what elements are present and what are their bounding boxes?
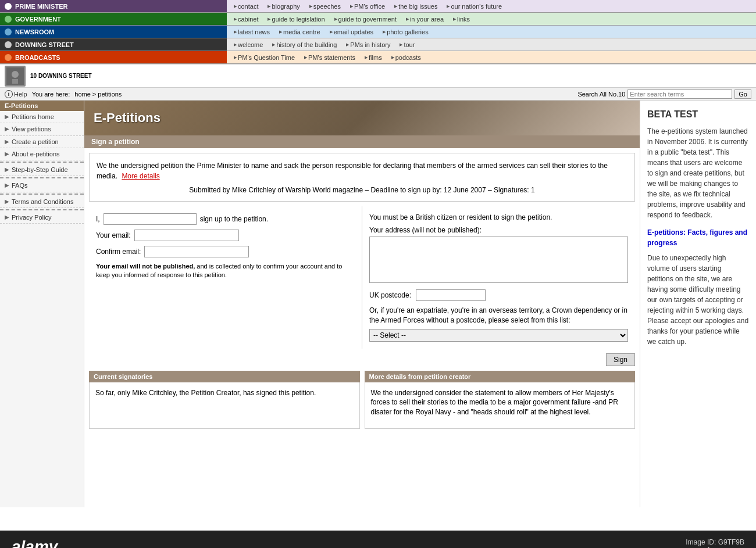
postcode-row: UK postcode:	[369, 289, 628, 301]
beta-title: BETA TEST	[647, 108, 749, 121]
arrow-icon: ▶	[5, 198, 9, 205]
arrow-icon: ▶	[5, 138, 9, 145]
sidebar-item-create-petition[interactable]: ▶ Create a petition	[0, 136, 84, 148]
postcode-label: UK postcode:	[369, 291, 411, 299]
dot-news	[5, 28, 12, 35]
current-signatories-section: Current signatories So far, only Mike Cr…	[89, 371, 360, 429]
arrow-icon: ▶	[5, 113, 9, 120]
nav-link[interactable]: email updates	[325, 28, 379, 35]
beta-para1: The e-petitions system launched in Novem…	[647, 126, 749, 220]
confirm-email-row: Confirm email:	[96, 246, 355, 257]
sidebar-item-terms[interactable]: ▶ Terms and Conditions	[0, 196, 84, 208]
image-id-label: Image ID: G9TF9B	[682, 538, 744, 546]
sidebar-item-petitions-home[interactable]: ▶ Petitions home	[0, 111, 84, 123]
petition-body-text: We the undersigned petition the Prime Mi…	[97, 162, 608, 180]
nav-link[interactable]: films	[360, 54, 387, 61]
nav-label-pm: PRIME MINISTER	[0, 0, 227, 12]
dot-bc	[5, 54, 12, 61]
name-row: I, sign up to the petition.	[96, 213, 355, 225]
sidebar-item-faqs[interactable]: ▶ FAQs	[0, 180, 84, 192]
confirm-email-input[interactable]	[144, 246, 249, 257]
confirm-email-label: Confirm email:	[96, 248, 141, 256]
sign-button[interactable]: Sign	[606, 353, 635, 366]
help-text[interactable]: Help	[14, 91, 27, 98]
arrow-icon: ▶	[5, 182, 9, 188]
help-link[interactable]: i Help	[5, 90, 27, 98]
sidebar-item-label: Create a petition	[12, 138, 59, 146]
arrow-icon: ▶	[5, 151, 9, 157]
nav-link[interactable]: the big issues	[390, 3, 442, 10]
nav-link[interactable]: in your area	[401, 16, 448, 23]
more-details-content: We the undersigned consider the statemen…	[365, 382, 636, 429]
nav-link[interactable]: latest news	[229, 28, 274, 35]
nav-link[interactable]: PM's statements	[299, 54, 360, 61]
nav-link[interactable]: guide to legislation	[263, 16, 329, 23]
sidebar-item-about[interactable]: ▶ About e-petitions	[0, 148, 84, 160]
sidebar-item-label: About e-petitions	[12, 150, 60, 158]
nav-link[interactable]: contact	[229, 3, 263, 10]
nav-row-news: NEWSROOM latest news media centre email …	[0, 26, 756, 38]
sidebar-item-label: Petitions home	[12, 113, 54, 121]
nav-link[interactable]: history of the building	[268, 41, 341, 48]
signatures-label: Signatures:	[494, 186, 529, 194]
alamy-logo: alamy	[12, 538, 58, 548]
sign-form-left: I, sign up to the petition. Your email: …	[89, 206, 362, 349]
sidebar-item-label: Terms and Conditions	[12, 198, 73, 206]
email-input[interactable]	[134, 230, 239, 241]
nav-link[interactable]: media centre	[274, 28, 325, 35]
top-nav: PRIME MINISTER contact biography speeche…	[0, 0, 756, 65]
site-header: 10 DOWNING STREET	[0, 65, 756, 88]
nav-link[interactable]: PM's Question Time	[229, 54, 299, 61]
breadcrumb-bar: i Help You are here: home > petitions Se…	[0, 88, 756, 101]
more-details-link[interactable]: More details	[122, 172, 159, 180]
nav-link[interactable]: our nation's future	[442, 3, 507, 10]
sidebar-divider	[0, 194, 84, 195]
nav-row-ds: DOWNING STREET welcome history of the bu…	[0, 38, 756, 51]
sidebar-item-privacy[interactable]: ▶ Privacy Policy	[0, 212, 84, 224]
breadcrumb-path: home > petitions	[74, 91, 122, 98]
sidebar-item-label: View petitions	[12, 125, 51, 133]
i-label: I,	[96, 215, 100, 223]
search-go-button[interactable]: Go	[734, 89, 751, 99]
breadcrumb-right: Search All No.10 Go	[577, 89, 751, 99]
nav-link[interactable]: podcasts	[387, 54, 426, 61]
name-input[interactable]	[104, 213, 197, 225]
beta-link[interactable]: E-petitions: Facts, figures and progress	[647, 228, 747, 247]
country-select[interactable]: -- Select --	[369, 329, 628, 342]
search-input[interactable]	[627, 89, 732, 99]
nav-link[interactable]: guide to government	[330, 16, 401, 23]
main-container: E-Petitions ▶ Petitions home ▶ View peti…	[0, 101, 756, 507]
beta-para2: Due to unexpectedly high volume of users…	[647, 253, 749, 347]
nav-link[interactable]: tour	[395, 41, 419, 48]
nav-link[interactable]: PMs in history	[341, 41, 395, 48]
sidebar-divider	[0, 162, 84, 163]
sidebar-header: E-Petitions	[0, 101, 84, 111]
sidebar-item-step-guide[interactable]: ▶ Step-by-Step Guide	[0, 164, 84, 176]
epetitions-title: E-Petitions	[94, 110, 161, 126]
nav-link[interactable]: speeches	[305, 3, 345, 10]
address-textarea[interactable]	[369, 237, 628, 283]
nav-link[interactable]: photo galleries	[378, 28, 433, 35]
nav-links-gov: cabinet guide to legislation guide to go…	[227, 13, 756, 25]
expatriate-text: Or, if you're an expatriate, you're in a…	[369, 306, 628, 325]
image-id-value: G9TF9B	[718, 538, 744, 546]
nav-label-gov: GOVERNMENT	[0, 13, 227, 25]
nav-link[interactable]: cabinet	[229, 16, 263, 23]
address-label: Your address (will not be published):	[369, 226, 628, 234]
nav-link[interactable]: PM's office	[345, 3, 390, 10]
nav-links-pm: contact biography speeches PM's office t…	[227, 0, 756, 12]
nav-label-text-bc: BROADCASTS	[15, 54, 60, 61]
postcode-input[interactable]	[416, 289, 486, 301]
submitted-by: Submitted by Mike Critchley of Warship W…	[189, 186, 363, 194]
site-title: 10 DOWNING STREET	[30, 73, 92, 80]
deadline-value: 12 June 2007	[444, 186, 486, 194]
nav-row-pm: PRIME MINISTER contact biography speeche…	[0, 0, 756, 13]
petition-box: We the undersigned petition the Prime Mi…	[89, 153, 635, 202]
right-sidebar: BETA TEST The e-petitions system launche…	[640, 101, 756, 507]
nav-label-text-ds: DOWNING STREET	[15, 41, 74, 48]
nav-link[interactable]: biography	[263, 3, 304, 10]
nav-link[interactable]: links	[448, 16, 475, 23]
sidebar-item-view-petitions[interactable]: ▶ View petitions	[0, 123, 84, 135]
help-circle-icon: i	[5, 90, 13, 98]
nav-link[interactable]: welcome	[229, 41, 268, 48]
